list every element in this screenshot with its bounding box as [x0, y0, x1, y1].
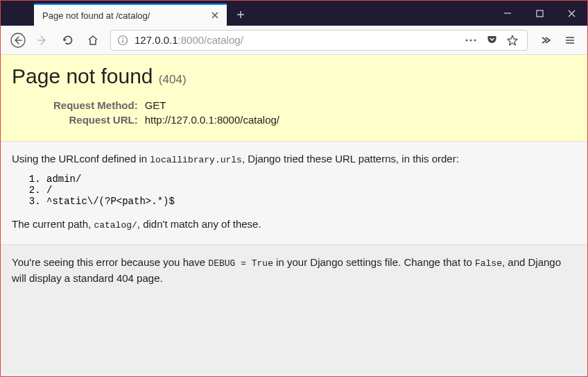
- page-content: Page not found (404) Request Method: GET…: [1, 55, 587, 376]
- toolbar: 127.0.0.1:8000/catalog/: [1, 26, 587, 55]
- error-summary: Page not found (404) Request Method: GET…: [1, 55, 587, 142]
- svg-point-3: [122, 37, 123, 39]
- error-code: (404): [159, 73, 187, 86]
- site-info-icon[interactable]: [116, 34, 129, 47]
- close-tab-icon[interactable]: [209, 9, 221, 22]
- maximize-button[interactable]: [524, 1, 555, 26]
- back-button[interactable]: [6, 28, 30, 52]
- debug-text: You're seeing this error because you hav…: [12, 255, 576, 285]
- no-match-text: The current path, catalog/, didn't match…: [12, 217, 576, 232]
- pocket-icon[interactable]: [483, 31, 501, 49]
- page-actions-icon[interactable]: [462, 31, 480, 49]
- home-button[interactable]: [81, 28, 105, 52]
- pattern-item: ^static\/(?P<path>.*)$: [46, 196, 576, 207]
- urlconf-intro: Using the URLconf defined in locallibrar…: [12, 151, 576, 167]
- minimize-button[interactable]: [492, 1, 524, 26]
- svg-rect-0: [537, 10, 543, 17]
- window-controls: [492, 1, 587, 26]
- urlconf-info: Using the URLconf defined in locallibrar…: [1, 142, 587, 245]
- url-text: 127.0.0.1:8000/catalog/: [135, 34, 459, 46]
- request-method-label: Request Method:: [12, 98, 145, 112]
- url-bar[interactable]: 127.0.0.1:8000/catalog/: [110, 30, 528, 51]
- url-actions: [459, 31, 524, 49]
- svg-point-5: [469, 39, 472, 41]
- browser-tab[interactable]: Page not found at /catalog/: [34, 3, 227, 26]
- pattern-item: /: [46, 185, 576, 196]
- overflow-icon[interactable]: [533, 28, 557, 52]
- request-table: Request Method: GET Request URL: http://…: [12, 98, 279, 127]
- menu-button[interactable]: [558, 28, 582, 52]
- reload-button[interactable]: [56, 28, 80, 52]
- bookmark-icon[interactable]: [503, 31, 521, 49]
- pattern-item: admin/: [46, 174, 576, 185]
- tab-title: Page not found at /catalog/: [42, 10, 209, 21]
- svg-point-6: [474, 39, 476, 41]
- titlebar: Page not found at /catalog/: [1, 1, 587, 26]
- forward-button[interactable]: [31, 28, 55, 52]
- new-tab-button[interactable]: [230, 3, 252, 26]
- request-url-label: Request URL:: [12, 112, 145, 127]
- close-window-button[interactable]: [555, 1, 587, 26]
- debug-explanation: You're seeing this error because you hav…: [1, 245, 587, 294]
- request-url-value: http://127.0.0.1:8000/catalog/: [145, 112, 279, 127]
- pattern-list: admin/ / ^static\/(?P<path>.*)$: [46, 174, 576, 207]
- error-title: Page not found (404): [12, 65, 187, 87]
- svg-point-4: [465, 39, 467, 41]
- request-method-value: GET: [145, 98, 279, 112]
